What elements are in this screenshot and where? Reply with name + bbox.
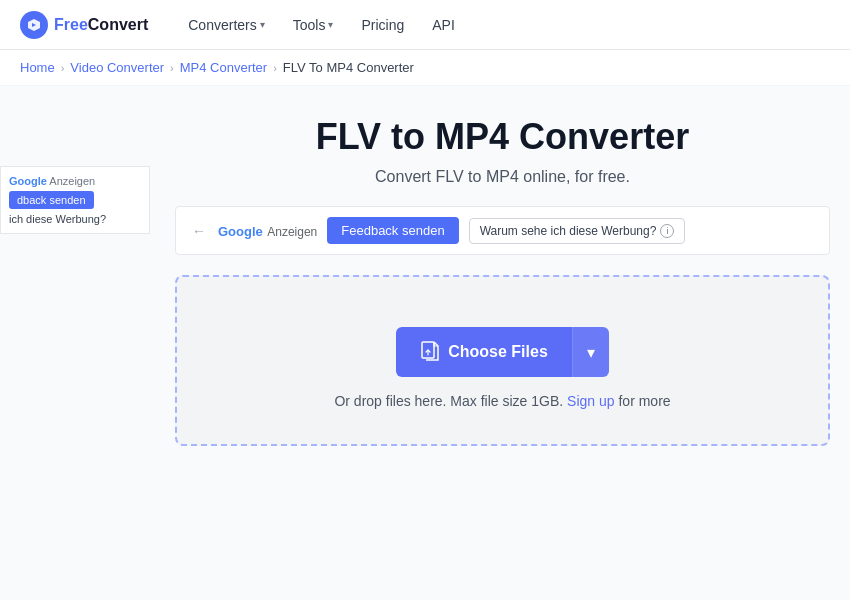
breadcrumb: Home › Video Converter › MP4 Converter ›… — [0, 50, 850, 86]
center-content: FLV to MP4 Converter Convert FLV to MP4 … — [155, 86, 850, 466]
breadcrumb-video-converter[interactable]: Video Converter — [70, 60, 164, 75]
left-ad-feedback-btn[interactable]: dback senden — [9, 191, 94, 209]
logo-icon — [20, 11, 48, 39]
breadcrumb-current: FLV To MP4 Converter — [283, 60, 414, 75]
left-ad-panel: Google Anzeigen dback senden ich diese W… — [0, 166, 150, 234]
nav-tools[interactable]: Tools ▾ — [283, 11, 344, 39]
breadcrumb-sep-2: › — [170, 62, 174, 74]
chevron-down-icon: ▾ — [587, 344, 595, 361]
info-icon: i — [660, 224, 674, 238]
ad-google-text: Google Anzeigen — [218, 222, 317, 240]
logo-text: FreeConvert — [54, 16, 148, 34]
logo[interactable]: FreeConvert — [20, 11, 148, 39]
breadcrumb-mp4-converter[interactable]: MP4 Converter — [180, 60, 267, 75]
nav-links: Converters ▾ Tools ▾ Pricing API — [178, 11, 465, 39]
breadcrumb-home[interactable]: Home — [20, 60, 55, 75]
chevron-down-icon: ▾ — [260, 19, 265, 30]
main-content: Google Anzeigen dback senden ich diese W… — [0, 86, 850, 600]
upload-dropzone[interactable]: Choose Files ▾ Or drop files here. Max f… — [175, 275, 830, 446]
page-title: FLV to MP4 Converter — [316, 116, 689, 158]
page-subtitle: Convert FLV to MP4 online, for free. — [375, 168, 630, 186]
sign-up-link[interactable]: Sign up — [567, 393, 614, 409]
breadcrumb-sep-3: › — [273, 62, 277, 74]
ad-feedback-button[interactable]: Feedback senden — [327, 217, 458, 244]
choose-files-button[interactable]: Choose Files — [396, 327, 572, 377]
breadcrumb-sep-1: › — [61, 62, 65, 74]
drop-hint-text: Or drop files here. Max file size 1GB. S… — [334, 393, 670, 409]
choose-files-row: Choose Files ▾ — [396, 327, 609, 377]
left-ad-why-label: ich diese Werbung? — [9, 213, 141, 225]
nav-pricing[interactable]: Pricing — [351, 11, 414, 39]
nav-converters[interactable]: Converters ▾ — [178, 11, 274, 39]
left-ad-google-label: Google Anzeigen — [9, 175, 141, 187]
ad-banner: ← Google Anzeigen Feedback senden Warum … — [175, 206, 830, 255]
ad-why-button[interactable]: Warum sehe ich diese Werbung? i — [469, 218, 686, 244]
navbar: FreeConvert Converters ▾ Tools ▾ Pricing… — [0, 0, 850, 50]
file-upload-icon — [420, 341, 440, 363]
chevron-down-icon: ▾ — [328, 19, 333, 30]
choose-files-dropdown-button[interactable]: ▾ — [572, 327, 609, 377]
ad-collapse-button[interactable]: ← — [190, 221, 208, 241]
nav-api[interactable]: API — [422, 11, 465, 39]
